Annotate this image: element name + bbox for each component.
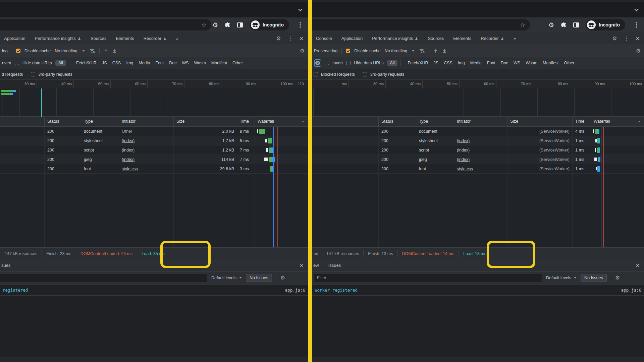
status-column-header[interactable]: Status <box>379 117 416 126</box>
export-har-icon[interactable] <box>112 49 117 53</box>
devtools-settings-gear-icon[interactable]: ⚙ <box>276 36 281 41</box>
devtools-close-icon[interactable]: × <box>300 36 303 42</box>
devtools-tab[interactable]: Elements <box>453 36 471 41</box>
blocked-requests-checkbox[interactable] <box>314 72 318 76</box>
network-request-row[interactable]: 200 document (ServiceWorker) 4 ms <box>312 127 644 136</box>
devtools-tab[interactable]: Performance insights <box>372 36 418 41</box>
network-request-row[interactable]: 200 stylesheet (index) 1.7 kB 5 ms <box>0 136 308 145</box>
network-request-row[interactable]: 200 script (index) 1.2 kB 7 ms <box>0 145 308 155</box>
size-column-header[interactable]: Size <box>507 117 573 126</box>
network-conditions-icon[interactable] <box>89 48 95 53</box>
network-request-row[interactable]: 200 document Other 2.0 kB 8 ms <box>0 127 308 136</box>
type-column-header[interactable]: Type <box>416 117 454 126</box>
filter-chip[interactable]: All <box>387 60 398 66</box>
devtools-tab[interactable]: Recorder <box>144 36 167 41</box>
devtools-menu-icon[interactable]: ⋮ <box>287 36 293 41</box>
import-har-icon[interactable] <box>104 49 108 53</box>
console-source-link[interactable]: app.js:6 <box>621 288 641 293</box>
filter-chip[interactable]: Fetch/XHR <box>408 61 428 65</box>
devtools-tab[interactable]: » <box>514 36 516 41</box>
drawer-tab[interactable]: sues <box>1 263 10 268</box>
third-party-checkbox[interactable] <box>363 72 367 76</box>
size-column-header[interactable]: Size <box>174 117 237 126</box>
address-bar[interactable]: ☆ <box>0 19 211 31</box>
status-column-header[interactable]: Status <box>45 117 81 126</box>
hide-data-urls-checkbox[interactable] <box>15 61 19 65</box>
devtools-tab[interactable]: » <box>176 36 178 41</box>
log-levels-select[interactable]: Default levels <box>211 276 242 280</box>
invert-checkbox[interactable] <box>325 61 329 65</box>
filter-chip[interactable]: Font <box>487 61 495 65</box>
filter-chip[interactable]: Font <box>155 61 164 65</box>
bookmark-star-icon[interactable]: ☆ <box>520 22 525 28</box>
devtools-close-icon[interactable]: × <box>636 36 639 42</box>
drawer-close-icon[interactable]: × <box>636 262 639 268</box>
drawer-close-icon[interactable]: × <box>300 262 303 268</box>
extensions-puzzle-icon[interactable] <box>225 22 230 28</box>
initiator-link[interactable]: (index) <box>457 138 470 143</box>
network-conditions-icon[interactable] <box>419 48 425 53</box>
throttling-caret-icon[interactable] <box>82 50 85 52</box>
filter-chip[interactable]: WS <box>514 61 520 65</box>
initiator-link[interactable]: (index) <box>122 157 135 162</box>
browser-menu-icon[interactable]: ⋮ <box>632 22 641 28</box>
devtools-tab[interactable]: Sources <box>91 36 107 41</box>
devtools-tab[interactable]: Recorder <box>481 36 504 41</box>
network-request-row[interactable]: 200 jpeg (index) (ServiceWorker) 1 ms <box>312 155 644 164</box>
initiator-link[interactable]: (index) <box>122 138 135 143</box>
network-request-row[interactable]: 200 stylesheet (index) (ServiceWorker) 1… <box>312 136 644 145</box>
side-panel-icon[interactable] <box>237 22 243 27</box>
console-settings-gear-icon[interactable]: ⚙ <box>615 275 620 281</box>
initiator-link[interactable]: (index) <box>457 148 470 153</box>
clear-filter-icon[interactable]: × <box>315 61 320 65</box>
filter-chip[interactable]: Wasm <box>194 61 206 65</box>
throttling-select[interactable]: No throttling <box>55 49 77 53</box>
network-request-row[interactable]: 200 font style.css (ServiceWorker) 1 ms <box>312 164 644 174</box>
filter-chip[interactable]: CSS <box>112 61 121 65</box>
disable-cache-checkbox[interactable] <box>16 49 20 53</box>
name-column-header[interactable] <box>312 117 379 126</box>
time-column-header[interactable]: Time <box>573 117 591 126</box>
incognito-badge[interactable]: Incognito <box>586 19 625 31</box>
preserve-log-label[interactable]: Preserve log <box>314 49 337 53</box>
hide-data-urls-checkbox[interactable] <box>346 61 351 65</box>
console-source-link[interactable]: app.js:6 <box>285 288 305 293</box>
extension-gear-icon[interactable]: ⚙ <box>212 22 218 28</box>
filter-chip[interactable]: All <box>55 60 66 66</box>
filter-chip[interactable]: Fetch/XHR <box>76 61 97 65</box>
filter-chip[interactable]: WS <box>182 61 189 65</box>
disable-cache-checkbox[interactable] <box>346 49 350 53</box>
third-party-checkbox[interactable] <box>31 72 35 76</box>
network-request-row[interactable]: 200 script (index) (ServiceWorker) 1 ms <box>312 145 644 155</box>
network-request-row[interactable]: 200 font style.css 29.6 kB 3 ms <box>0 164 308 174</box>
initiator-column-header[interactable]: Initiator <box>454 117 507 126</box>
filter-chip[interactable]: Doc <box>501 61 508 65</box>
import-har-icon[interactable] <box>433 49 438 53</box>
devtools-menu-icon[interactable]: ⋮ <box>624 36 629 41</box>
name-column-header[interactable] <box>0 117 45 126</box>
filter-chip[interactable]: JS <box>102 61 107 65</box>
time-column-header[interactable]: Time <box>237 117 255 126</box>
chevron-down-icon[interactable] <box>634 7 639 11</box>
initiator-column-header[interactable]: Initiator <box>119 117 174 126</box>
console-filter-input[interactable] <box>314 273 542 282</box>
devtools-tab[interactable]: Performance insights <box>35 36 81 41</box>
drawer-tab[interactable]: Issues <box>328 263 341 268</box>
filter-chip[interactable]: Other <box>564 61 574 65</box>
throttling-select[interactable]: No throttling <box>385 49 407 53</box>
filter-chip[interactable]: Media <box>139 61 150 65</box>
initiator-link[interactable]: (index) <box>457 157 470 162</box>
initiator-link[interactable]: (index) <box>122 148 135 153</box>
filter-chip[interactable]: Doc <box>169 61 176 65</box>
waterfall-column-header[interactable]: Waterfall▲ <box>255 117 308 126</box>
initiator-link[interactable]: style.css <box>122 167 138 171</box>
filter-chip[interactable]: Manifest <box>211 61 227 65</box>
filter-chip[interactable]: Manifest <box>543 61 558 65</box>
address-bar[interactable]: ☆ <box>312 19 530 31</box>
devtools-settings-gear-icon[interactable]: ⚙ <box>612 36 617 41</box>
preserve-log-label[interactable]: log <box>2 49 8 53</box>
waterfall-column-header[interactable]: Waterfall▲ <box>591 117 644 126</box>
incognito-badge[interactable]: Incognito <box>250 19 289 31</box>
network-request-row[interactable]: 200 jpeg (index) 114 kB 7 ms <box>0 155 308 164</box>
network-overview-strip[interactable] <box>0 88 308 117</box>
